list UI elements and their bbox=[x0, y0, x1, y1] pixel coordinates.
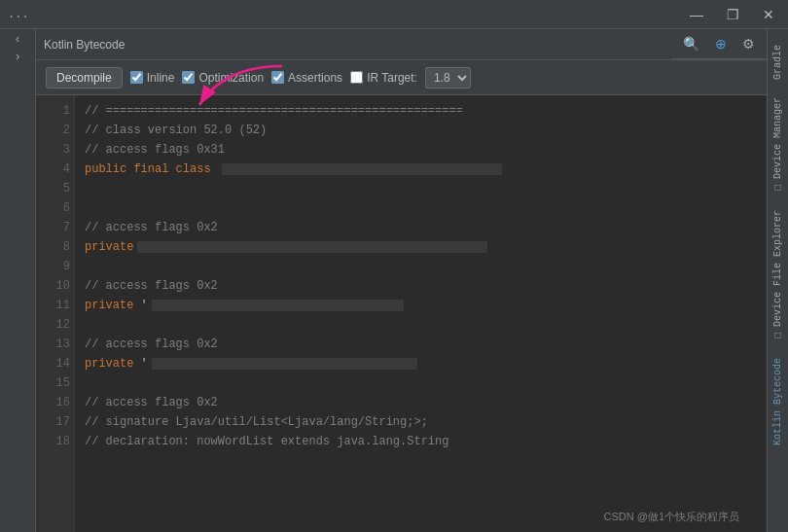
title-bar-controls: — ❐ ✕ bbox=[684, 5, 780, 24]
code-text: // =====================================… bbox=[85, 101, 463, 121]
ir-checkbox-label[interactable]: IR Target: bbox=[350, 71, 417, 85]
code-text: // access flags 0x2 bbox=[85, 335, 218, 354]
optimization-checkbox[interactable] bbox=[182, 71, 195, 84]
title-bar-left-text: ... bbox=[8, 8, 29, 21]
watermark: CSDN @做1个快乐的程序员 bbox=[603, 510, 739, 524]
toolbar: Decompile Inline Optimization Assertions… bbox=[36, 60, 767, 95]
restore-button[interactable]: ❐ bbox=[721, 5, 745, 24]
panel-header: Kotlin Bytecode ⚙ — bbox=[36, 29, 767, 60]
sidebar-tab-device-file-explorer[interactable]: □ Device File Explorer bbox=[770, 202, 785, 348]
device-manager-label: Device Manager bbox=[772, 97, 783, 179]
sidebar-tab-kotlin-bytecode[interactable]: Kotlin Bytecode bbox=[770, 350, 785, 453]
gradle-label: Gradle bbox=[772, 45, 783, 80]
code-line-9 bbox=[85, 257, 757, 276]
search-icon-button[interactable]: 🔍 bbox=[679, 34, 703, 53]
ir-target-select[interactable]: 1.8 1.6 1.7 1.9 11 bbox=[425, 67, 471, 89]
expand-icon[interactable]: › bbox=[14, 51, 20, 64]
code-text: private bbox=[85, 354, 133, 373]
code-text: // signature Ljava/util/List<Ljava/lang/… bbox=[85, 412, 428, 432]
title-bar: ... — ❐ ✕ bbox=[0, 0, 788, 29]
code-text: // declaration: nowWordList extends java… bbox=[85, 432, 448, 451]
code-text: // access flags 0x2 bbox=[85, 218, 218, 237]
code-line-5 bbox=[85, 179, 757, 198]
collapse-icon[interactable]: ‹ bbox=[14, 33, 20, 47]
right-sidebar: Gradle □ Device Manager □ Device File Ex… bbox=[767, 29, 788, 532]
top-icon-row: 🔍 ⊕ ⚙ bbox=[671, 29, 767, 59]
assertions-checkbox-label[interactable]: Assertions bbox=[271, 71, 342, 85]
redacted-block bbox=[137, 241, 487, 253]
code-line-8: private bbox=[85, 237, 757, 257]
settings-icon-button[interactable]: ⚙ bbox=[738, 34, 759, 53]
inline-checkbox-label[interactable]: Inline bbox=[130, 71, 175, 85]
code-text: // access flags 0x2 bbox=[85, 393, 218, 412]
assertions-checkbox[interactable] bbox=[271, 71, 284, 84]
code-line-16: // access flags 0x2 bbox=[85, 393, 757, 412]
device-manager-icon: □ bbox=[772, 182, 783, 193]
inline-label: Inline bbox=[147, 71, 175, 85]
code-content[interactable]: // =====================================… bbox=[75, 95, 767, 532]
decompile-button[interactable]: Decompile bbox=[46, 67, 123, 89]
code-line-2: // class version 52.0 (52) bbox=[85, 121, 757, 140]
minimize-button[interactable]: — bbox=[684, 5, 709, 24]
optimization-checkbox-label[interactable]: Optimization bbox=[182, 71, 264, 85]
code-line-11: private ' bbox=[85, 296, 757, 315]
sidebar-tab-gradle[interactable]: Gradle bbox=[770, 37, 785, 88]
device-file-label: Device File Explorer bbox=[772, 210, 783, 327]
code-line-6 bbox=[85, 198, 757, 218]
code-line-15 bbox=[85, 373, 757, 393]
optimization-label: Optimization bbox=[198, 71, 264, 85]
redacted-block bbox=[152, 300, 404, 311]
update-icon-button[interactable]: ⊕ bbox=[711, 34, 731, 53]
code-line-10: // access flags 0x2 bbox=[85, 276, 757, 296]
left-panel: ‹ › bbox=[0, 29, 36, 532]
ir-checkbox[interactable] bbox=[350, 71, 363, 84]
code-line-3: // access flags 0x31 bbox=[85, 140, 757, 160]
code-text bbox=[211, 160, 218, 179]
code-text: ' bbox=[133, 296, 147, 315]
redacted-block bbox=[152, 358, 418, 370]
device-file-icon: □ bbox=[772, 330, 783, 340]
inline-checkbox[interactable] bbox=[130, 71, 143, 84]
assertions-label: Assertions bbox=[288, 71, 342, 85]
line-numbers: 1 2 3 4 5 6 7 8 9 10 11 12 13 14 15 16 1… bbox=[36, 95, 75, 532]
code-area: 1 2 3 4 5 6 7 8 9 10 11 12 13 14 15 16 1… bbox=[36, 95, 767, 532]
code-text: private bbox=[85, 296, 133, 315]
redacted-block bbox=[222, 163, 502, 175]
code-text: // access flags 0x31 bbox=[85, 140, 225, 160]
code-text: // class version 52.0 (52) bbox=[85, 121, 267, 140]
code-line-17: // signature Ljava/util/List<Ljava/lang/… bbox=[85, 412, 757, 432]
kotlin-bytecode-label: Kotlin Bytecode bbox=[772, 358, 783, 445]
code-line-7: // access flags 0x2 bbox=[85, 218, 757, 237]
main-layout: ‹ › Kotlin Bytecode ⚙ — Decompile Inline… bbox=[0, 29, 788, 532]
code-text: // access flags 0x2 bbox=[85, 276, 218, 296]
bytecode-panel: Kotlin Bytecode ⚙ — Decompile Inline Opt… bbox=[36, 29, 767, 532]
sidebar-tab-device-manager[interactable]: □ Device Manager bbox=[770, 89, 785, 200]
code-text: private bbox=[85, 237, 133, 257]
code-line-1: // =====================================… bbox=[85, 101, 757, 121]
panel-title: Kotlin Bytecode bbox=[44, 38, 125, 52]
code-line-13: // access flags 0x2 bbox=[85, 335, 757, 354]
code-text: public final class bbox=[85, 160, 211, 179]
code-line-14: private ' bbox=[85, 354, 757, 373]
close-button[interactable]: ✕ bbox=[757, 5, 780, 24]
code-line-4: public final class bbox=[85, 160, 757, 179]
code-line-18: // declaration: nowWordList extends java… bbox=[85, 432, 757, 451]
code-text: ' bbox=[133, 354, 147, 373]
ir-label: IR Target: bbox=[367, 71, 417, 85]
code-line-12 bbox=[85, 315, 757, 335]
